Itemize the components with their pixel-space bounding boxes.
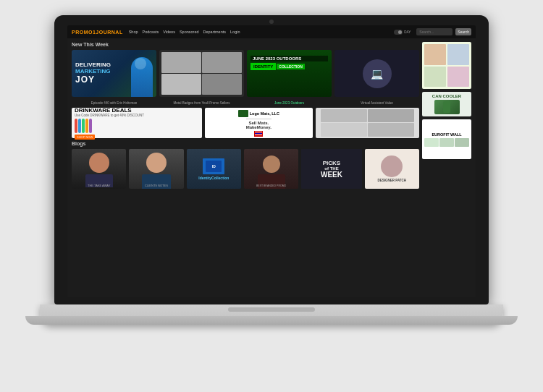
nav-departments[interactable]: Departments	[203, 30, 227, 34]
drinkware-title: DRINKWARE DEALS	[75, 107, 199, 114]
va-icon: 💻	[371, 68, 383, 80]
picks-week-label: WEEK	[321, 171, 342, 179]
ad-item-2	[368, 109, 414, 122]
ad-banner-2[interactable]	[316, 108, 419, 138]
picks-text: PICKS of THE WEEK	[321, 160, 342, 179]
can-cooler-image	[434, 100, 460, 114]
side-ads: CAN COOLER EUROFIT WALL	[422, 42, 471, 189]
ad-item-3	[321, 123, 367, 136]
bar-blue	[78, 119, 81, 133]
logo-mats-line2: Sell Mats.	[246, 121, 272, 125]
product-grid	[424, 44, 469, 87]
color-bars	[75, 119, 199, 133]
blog-1-avatar	[89, 153, 109, 173]
caption-1: Episode 440 with Eric Holtzman	[72, 101, 156, 105]
blog-best-branded[interactable]: BEST BRANDED PROMO	[244, 149, 298, 189]
product-2	[447, 44, 469, 65]
nav-links: Shop Podcasts Videos Sponsored Departmen…	[129, 30, 389, 34]
blog-4-avatar	[263, 155, 280, 173]
blog-row: THE TAKE AWAY	[72, 149, 419, 189]
card-delivering-joy[interactable]: DELIVERING MARKETING JOY	[72, 50, 156, 97]
blogs-section: Blogs THE TAKE AWAY	[72, 141, 419, 189]
main-area: New This Week DELIVERING MARKETING JOY	[72, 42, 419, 189]
toggle-switch[interactable]	[394, 30, 403, 35]
ad-banner-row: DRINKWARE DEALS Use Code DRINKWARE to ge…	[72, 108, 419, 138]
blog-designer-patch[interactable]: DESIGNER PATCH	[365, 149, 419, 189]
logo-mats-header: Logo Mats, LLC	[238, 110, 279, 117]
metal-item-4	[202, 74, 242, 95]
picks-overlay: PICKS of THE WEEK	[301, 149, 361, 189]
eurofit-item-2	[439, 138, 454, 147]
va-avatar: 💻	[363, 59, 392, 88]
blog-4-label: BEST BRANDED PROMO	[244, 184, 298, 187]
nav-sponsored[interactable]: Sponsored	[180, 30, 199, 34]
logo-mats-flags	[254, 131, 263, 137]
blog-4-content	[244, 149, 298, 189]
product-1	[424, 44, 446, 65]
logo-mats-title: Logo Mats, LLC	[250, 111, 279, 116]
card-june-outdoors[interactable]: JUNE 2023 OUTDOORS IDENTITY COLLECTION	[247, 50, 332, 97]
book-cover: ID	[206, 161, 222, 172]
screen-bezel: PROMO1JOURNAL Shop Podcasts Videos Spons…	[54, 15, 489, 304]
bar-purple	[89, 119, 92, 133]
blog-1-content	[72, 149, 126, 189]
ad-logo-mats[interactable]: Logo Mats, LLC Sell Mats. MakeMoney.	[205, 108, 313, 138]
blog-2-content	[129, 149, 183, 189]
va-content: 💻	[334, 50, 419, 97]
nav-search: Search	[416, 28, 471, 35]
designer-patch-content: DESIGNER PATCH	[365, 149, 419, 189]
main-content: New This Week DELIVERING MARKETING JOY	[67, 38, 476, 192]
identity-label: IdentityCollection	[198, 176, 229, 180]
metal-item-2	[202, 52, 242, 73]
ad-drinkware[interactable]: DRINKWARE DEALS Use Code DRINKWARE to ge…	[72, 108, 202, 138]
metal-grid	[159, 50, 244, 97]
blog-2-label-wrap: CLIENTS NOTES	[129, 184, 183, 187]
blog-picks-week[interactable]: PICKS of THE WEEK	[301, 149, 361, 189]
blog-2-label: CLIENTS NOTES	[129, 184, 183, 187]
logo-mats-cta: Sell Mats. MakeMoney.	[246, 119, 272, 129]
logo-text: PROMO	[72, 30, 93, 35]
bar-green	[82, 119, 85, 133]
ad-item-4	[368, 123, 414, 136]
card-metal-badges[interactable]	[159, 50, 244, 97]
designer-avatar	[381, 155, 403, 177]
blog-1-label: THE TAKE AWAY	[72, 184, 126, 187]
nav-shop[interactable]: Shop	[129, 30, 138, 34]
eurofit-grid	[424, 138, 469, 147]
blog-4-label-wrap: BEST BRANDED PROMO	[244, 184, 298, 187]
ad-product-grid[interactable]	[422, 42, 471, 89]
blog-2-avatar	[146, 153, 167, 173]
nav-videos[interactable]: Videos	[163, 30, 175, 34]
ad-eurofit-wall[interactable]: EUROFIT WALL	[422, 119, 471, 159]
eurofit-item-3	[455, 138, 469, 147]
nav-podcasts[interactable]: Podcasts	[143, 30, 159, 34]
section-new-this-week: New This Week	[72, 42, 419, 47]
ad-grid	[321, 109, 414, 137]
blog-client-notes[interactable]: CLIENTS NOTES	[129, 149, 183, 189]
bar-red	[75, 119, 77, 133]
laptop-frame: PROMO1JOURNAL Shop Podcasts Videos Spons…	[25, 15, 518, 377]
drinkware-shop-btn[interactable]: SHOP NOW	[75, 135, 95, 140]
blog-takeaway[interactable]: THE TAKE AWAY	[72, 149, 126, 189]
site-logo: PROMO1JOURNAL	[72, 30, 123, 35]
designer-label: DESIGNER PATCH	[378, 179, 407, 182]
caption-3: June 2023 Outdoors	[247, 101, 332, 105]
card-virtual-assistant[interactable]: 💻	[334, 50, 419, 97]
captions-row: Episode 440 with Eric Holtzman Metal Bad…	[72, 100, 419, 105]
search-button[interactable]: Search	[455, 28, 471, 35]
metal-item-3	[161, 74, 201, 95]
blog-identity-collection[interactable]: ID IdentityCollection	[187, 149, 241, 189]
book-label: ID	[212, 164, 216, 169]
ad-item-1	[321, 109, 367, 122]
book-icon: ID	[203, 158, 224, 174]
ad-can-cooler[interactable]: CAN COOLER	[422, 92, 471, 116]
search-input[interactable]	[416, 28, 452, 35]
identity-book: ID IdentityCollection	[187, 149, 241, 189]
featured-row: DELIVERING MARKETING JOY	[72, 50, 419, 97]
can-cooler-title: CAN COOLER	[432, 94, 461, 98]
card-bg	[247, 50, 332, 97]
drinkware-subtitle: Use Code DRINKWARE to get 40% DISCOUNT	[75, 114, 199, 117]
nav-login[interactable]: Login	[230, 30, 240, 34]
logo-suffix: JOURNAL	[96, 30, 122, 35]
caption-4: Virtual Assistant Value	[334, 101, 419, 105]
